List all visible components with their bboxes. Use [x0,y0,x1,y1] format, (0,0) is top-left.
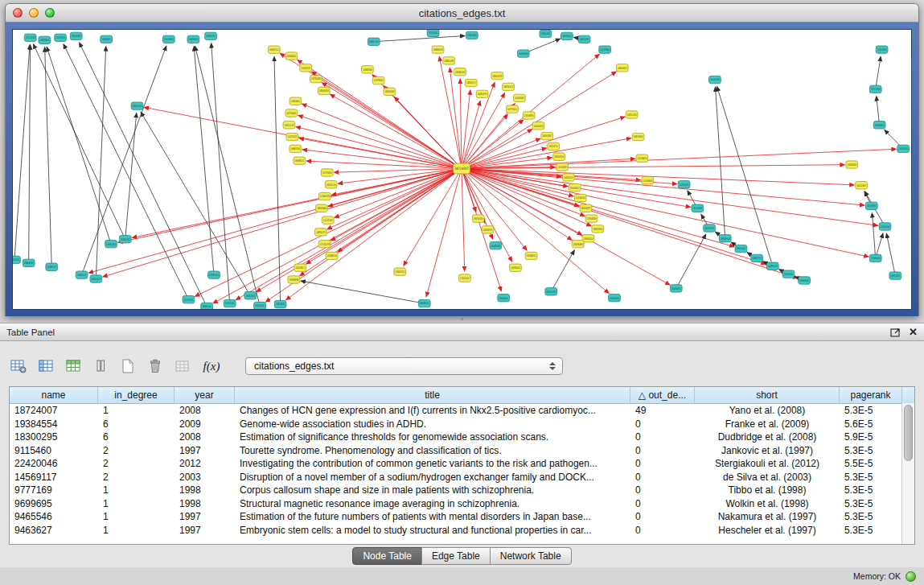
graph-node[interactable]: 14275123 [286,133,298,140]
graph-node[interactable]: 22024597 [513,94,525,101]
graph-edge-black[interactable] [125,113,137,239]
graph-node[interactable]: 15349105 [490,241,502,249]
graph-node[interactable]: 12684058 [362,66,374,73]
graph-edge-black[interactable] [886,233,895,275]
graph-edge-black[interactable] [301,281,425,303]
graph-node[interactable]: 18048251 [525,252,537,259]
graph-node[interactable]: 16047412 [562,174,574,181]
tab-network-table[interactable]: Network Table [490,547,572,565]
table-row[interactable]: 1830029562008Estimation of significance … [10,431,902,444]
graph-edge-black[interactable] [29,45,31,263]
graph-node[interactable]: 16447294 [709,76,721,83]
graph-node[interactable]: 18254201 [254,302,266,309]
graph-node[interactable]: 16256410 [90,275,102,282]
graph-node[interactable]: 20164921 [569,183,581,191]
close-window-button[interactable] [13,8,23,18]
graph-edge-red[interactable] [118,169,462,243]
edit-table-icon[interactable] [64,357,83,375]
create-column-icon[interactable] [118,357,138,375]
graph-edge-red[interactable] [462,169,465,271]
graph-node[interactable]: 15872404 [466,31,478,39]
graph-edge-red[interactable] [462,169,572,241]
tab-node-table[interactable]: Node Table [352,547,422,565]
graph-node[interactable]: 18839042 [39,36,51,43]
graph-edge-red[interactable] [296,126,462,168]
graph-edge-red[interactable] [103,169,462,277]
graph-node[interactable]: 18316712 [548,142,560,150]
graph-node[interactable]: 18486103 [454,68,466,76]
graph-node[interactable]: 19344716 [553,153,565,160]
table-row[interactable]: 969969511998Structural magnetic resonanc… [10,497,902,511]
graph-edge-black[interactable] [716,87,725,238]
graph-node[interactable]: 21926974 [523,112,535,119]
graph-node[interactable]: 21224871 [162,35,175,43]
graph-node[interactable]: 21079545 [372,76,384,84]
table-source-dropdown[interactable]: citations_edges.txt [245,357,563,375]
graph-node[interactable]: 18698321 [294,157,306,164]
graph-node[interactable]: 21590147 [46,263,58,270]
graph-node[interactable]: 12940202 [105,240,117,247]
graph-edge-red[interactable] [330,94,462,168]
graph-edge-red[interactable] [335,169,462,173]
graph-edge-black[interactable] [64,44,189,299]
graph-node[interactable]: 16492762 [290,145,302,152]
graph-edge-red[interactable] [257,169,462,292]
table-row[interactable]: 1938455462009Genome-wide association stu… [10,418,902,431]
column-header[interactable]: name [10,387,98,403]
table-scrollbar-thumb[interactable] [904,405,913,461]
graph-edge-red[interactable] [335,169,462,218]
graph-node[interactable]: 18751230 [626,111,638,118]
graph-node[interactable]: 14854027 [616,64,628,72]
table-options-icon[interactable] [9,357,28,375]
graph-node[interactable]: 17135278 [318,240,331,247]
graph-node[interactable]: 15234817 [294,264,306,271]
graph-edge-black[interactable] [14,45,30,260]
graph-node[interactable]: 19154490 [692,204,704,212]
graph-edge-black[interactable] [274,57,281,305]
graph-edge-red[interactable] [462,72,616,168]
table-row[interactable]: 946362711997Embryonic stem cells: a mode… [10,524,902,538]
panel-splitter[interactable]: ▼ [0,316,924,323]
graph-node[interactable]: 20072116 [325,181,337,188]
graph-node[interactable]: 18103945 [865,202,877,209]
graph-node[interactable]: 18494032 [873,122,885,129]
graph-node[interactable]: 18046295 [670,285,682,292]
graph-node[interactable]: 14636102 [187,35,199,43]
graph-node[interactable]: 19472051 [889,272,901,279]
graph-node[interactable]: 16281975 [476,90,488,97]
graph-node[interactable]: 16774521 [507,105,519,113]
graph-edge-red[interactable] [88,169,462,274]
graph-node[interactable]: 20459741 [482,226,494,233]
graph-node[interactable]: 18367606 [315,204,327,212]
graph-node[interactable]: 18724007 [454,163,470,174]
graph-edge-black[interactable] [47,47,111,244]
graph-edge-black[interactable] [96,47,105,279]
graph-node[interactable]: 21247447 [322,216,334,224]
graph-node[interactable]: 19364103 [540,30,552,37]
graph-edge-red[interactable] [460,79,462,168]
graph-node[interactable]: 21139752 [55,34,67,41]
graph-edge-black[interactable] [872,213,875,258]
graph-node[interactable]: 18904710 [751,254,763,262]
table-scrollbar[interactable] [901,403,914,544]
graph-node[interactable]: 20211034 [183,295,195,303]
graph-node[interactable]: 14751204 [224,299,236,307]
graph-node[interactable]: 10900271 [314,229,326,236]
graph-node[interactable]: 19154103 [472,215,484,222]
graph-node[interactable]: 13046194 [879,223,891,230]
network-window-titlebar[interactable]: citations_edges.txt [6,4,918,23]
graph-node[interactable]: 17265403 [869,254,881,262]
graph-node[interactable]: 16860573 [432,46,444,53]
graph-edge-red[interactable] [404,169,462,266]
graph-node[interactable]: 16041997 [541,132,553,139]
minimize-window-button[interactable] [29,8,39,18]
close-panel-icon[interactable]: ✕ [909,327,918,337]
graph-node[interactable]: 18309298 [572,240,584,247]
graph-node[interactable]: 16012457 [856,182,868,189]
graph-node[interactable]: 15095124 [510,264,522,271]
graph-node[interactable]: 19664304 [23,259,35,266]
graph-node[interactable]: 18003629 [384,88,396,95]
graph-node[interactable]: 15094392 [119,236,131,243]
graph-node[interactable]: 21104395 [556,163,569,171]
graph-edge-red[interactable] [462,158,552,169]
